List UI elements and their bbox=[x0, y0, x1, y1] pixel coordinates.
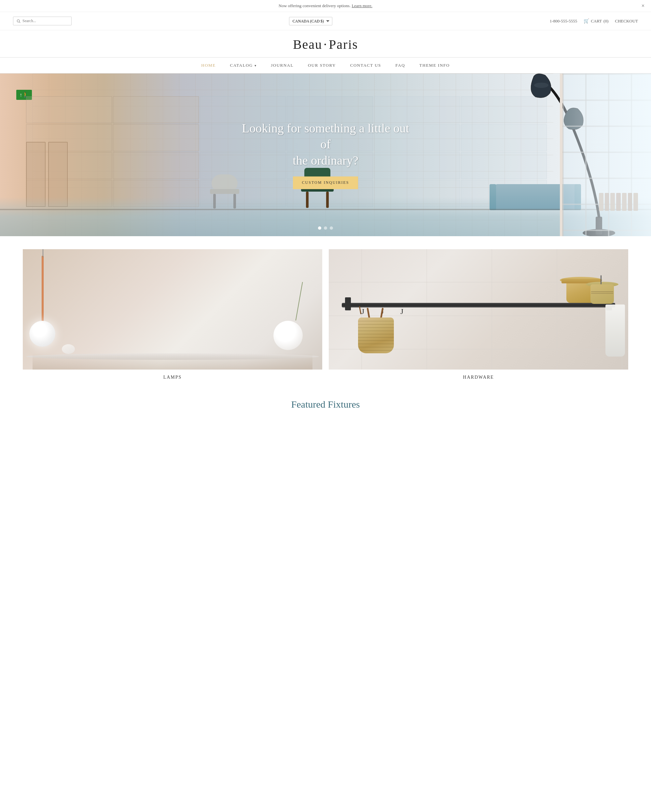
svg-line-1 bbox=[19, 22, 20, 23]
cart-icon: 🛒 bbox=[584, 18, 589, 24]
svg-rect-5 bbox=[326, 192, 329, 208]
lamp-vase bbox=[274, 321, 303, 350]
shell bbox=[62, 344, 75, 354]
announcement-link[interactable]: Learn more. bbox=[351, 3, 372, 8]
announcement-bar: Now offering convenient delivery options… bbox=[0, 0, 651, 12]
nav-label-catalog: CATALOG bbox=[230, 63, 253, 68]
slider-dot-2[interactable] bbox=[324, 226, 327, 230]
cart-label: CART bbox=[591, 18, 602, 24]
category-card-lamps[interactable]: LAMPS bbox=[23, 249, 322, 383]
checkout-link[interactable]: CHECKOUT bbox=[615, 18, 638, 24]
nav-label-theme-info: THEME INFO bbox=[419, 63, 449, 68]
bracket-left bbox=[345, 297, 351, 310]
nav-item-faq[interactable]: FAQ bbox=[388, 58, 413, 73]
nav-label-faq: FAQ bbox=[396, 63, 405, 68]
featured-section: Featured Fixtures bbox=[0, 389, 651, 413]
hook3: J bbox=[400, 307, 403, 316]
nav-label-journal: JOURNAL bbox=[271, 63, 293, 68]
svg-rect-9 bbox=[233, 194, 236, 209]
category-section: LAMPS J J J bbox=[0, 236, 651, 389]
lamp-wire bbox=[43, 249, 43, 257]
cart-link[interactable]: 🛒 CART (0) bbox=[584, 18, 608, 24]
logo-area: Beau·Paris bbox=[0, 30, 651, 57]
announcement-text: Now offering convenient delivery options… bbox=[279, 3, 351, 8]
cart-count: (0) bbox=[604, 18, 608, 24]
hat2 bbox=[586, 275, 619, 303]
lamps-label: LAMPS bbox=[23, 369, 322, 383]
hero-heading-line1: Looking for something a little out of bbox=[242, 121, 409, 151]
lamp-plant bbox=[296, 282, 303, 321]
search-wrap[interactable] bbox=[13, 17, 72, 25]
table-bottom bbox=[32, 353, 312, 369]
search-input[interactable] bbox=[23, 18, 68, 23]
nav-item-journal[interactable]: JOURNAL bbox=[264, 58, 301, 73]
hardware-label: HARDWARE bbox=[329, 369, 628, 383]
radiator bbox=[599, 193, 638, 211]
nav-item-catalog[interactable]: CATALOG ▾ bbox=[223, 58, 264, 73]
svg-rect-7 bbox=[210, 189, 239, 194]
announcement-close-button[interactable]: × bbox=[642, 3, 645, 8]
sofa-arm2 bbox=[489, 184, 496, 210]
currency-select[interactable]: CANADA (CAD $) bbox=[289, 17, 332, 25]
slider-dots bbox=[318, 226, 333, 230]
rod bbox=[342, 303, 615, 307]
lamps-image bbox=[23, 249, 322, 369]
nav-item-our-story[interactable]: OUR STORY bbox=[301, 58, 343, 73]
logo-brand1: Beau bbox=[293, 37, 322, 52]
top-bar: CANADA (CAD $) 1-800-555-5555 🛒 CART (0)… bbox=[0, 12, 651, 30]
slider-dot-3[interactable] bbox=[330, 226, 333, 230]
window-light bbox=[563, 73, 651, 236]
nav-item-theme-info[interactable]: THEME INFO bbox=[412, 58, 457, 73]
basket-bag bbox=[358, 308, 394, 353]
custom-inquiries-button[interactable]: CUSTOM INQUIRIES bbox=[293, 177, 358, 189]
nav-label-contact: CONTACT US bbox=[350, 63, 381, 68]
white-cloth bbox=[605, 304, 625, 357]
svg-point-0 bbox=[17, 20, 20, 22]
nav-label-our-story: OUR STORY bbox=[308, 63, 336, 68]
hardware-image: J J J bbox=[329, 249, 628, 369]
phone-number: 1-800-555-5555 bbox=[550, 18, 578, 24]
search-icon bbox=[17, 19, 20, 23]
hero-heading: Looking for something a little out of th… bbox=[241, 121, 410, 168]
slider-dot-1[interactable] bbox=[318, 226, 321, 230]
nav-item-home[interactable]: HOME bbox=[194, 58, 223, 73]
svg-point-12 bbox=[534, 82, 549, 88]
top-right: 1-800-555-5555 🛒 CART (0) CHECKOUT bbox=[550, 18, 638, 24]
featured-title: Featured Fixtures bbox=[13, 399, 638, 410]
nav-bar: HOME CATALOG ▾ JOURNAL OUR STORY CONTACT… bbox=[0, 57, 651, 73]
svg-rect-8 bbox=[213, 194, 216, 209]
nav-item-contact[interactable]: CONTACT US bbox=[343, 58, 388, 73]
logo[interactable]: Beau·Paris bbox=[13, 37, 638, 52]
chevron-down-icon: ▾ bbox=[255, 64, 257, 67]
hero-slider: ↑🚶 bbox=[0, 73, 651, 236]
gray-chair bbox=[208, 174, 241, 210]
checkout-label: CHECKOUT bbox=[615, 18, 638, 24]
nav-label-home: HOME bbox=[201, 63, 215, 68]
lamp-pole bbox=[42, 256, 44, 327]
logo-brand2: Paris bbox=[329, 37, 358, 52]
logo-dot: · bbox=[324, 37, 327, 52]
svg-rect-4 bbox=[306, 192, 309, 208]
lamp-bulb bbox=[29, 321, 55, 347]
hero-content: Looking for something a little out of th… bbox=[241, 121, 410, 189]
hero-heading-line2: the ordinary? bbox=[293, 154, 358, 167]
category-card-hardware[interactable]: J J J bbox=[329, 249, 628, 383]
